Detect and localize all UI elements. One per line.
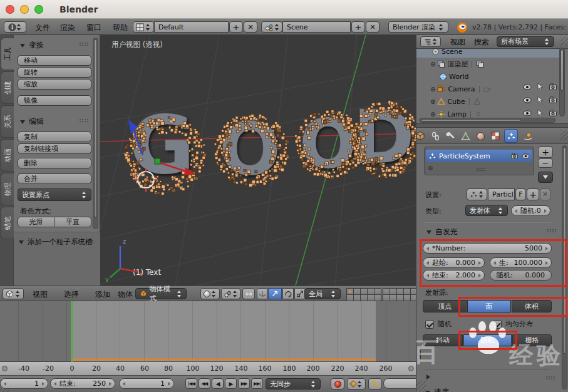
translate-y-handle[interactable] <box>155 158 160 164</box>
proportional-edit-button[interactable] <box>242 288 255 299</box>
outliner-filter-dropdown[interactable]: 所有场景 <box>497 36 554 47</box>
join-button[interactable]: 合并 <box>18 173 91 184</box>
keying-set-field[interactable] <box>383 378 416 389</box>
new-settings-button[interactable]: + <box>527 188 539 200</box>
outliner-row-scene[interactable]: Scene <box>431 49 463 58</box>
particle-settings-name-field[interactable]: Particl <box>488 188 515 200</box>
tab-object-data[interactable] <box>459 130 472 142</box>
set-origin-dropdown[interactable]: 设置原点 <box>18 188 91 201</box>
toolshelf-scrollbar[interactable] <box>93 38 98 229</box>
velocity-panel-header[interactable]: 速度 <box>425 387 449 392</box>
play-button[interactable]: ▶ <box>225 378 237 389</box>
next-keyframe-button[interactable]: ▶▶ <box>238 378 250 389</box>
editor-type-outliner-dropdown[interactable] <box>420 36 441 47</box>
particle-system-row[interactable]: ParticleSystem <box>426 150 532 162</box>
toolshelf-tab-animation[interactable]: 动画 <box>1 139 14 172</box>
fake-user-button[interactable]: F <box>515 188 526 200</box>
properties-vscrollbar[interactable] <box>562 145 567 389</box>
pivot-dropdown[interactable] <box>221 288 240 299</box>
frame-end-field[interactable]: 结束:2.000 <box>423 270 485 281</box>
outliner-menu-view[interactable]: 视图 <box>448 37 468 48</box>
autokey-record-button[interactable] <box>331 378 344 389</box>
expand-icon[interactable]: ⊕ <box>430 98 435 105</box>
editor-type-info-dropdown[interactable] <box>4 21 26 33</box>
eye-icon[interactable] <box>523 97 532 103</box>
jump-to-start-button[interactable]: |◀◀ <box>185 378 197 389</box>
menu-window[interactable]: 窗口 <box>84 23 104 33</box>
number-field[interactable]: *Number:5000 <box>423 243 552 254</box>
viewport-menu-select[interactable]: 选择 <box>61 289 81 300</box>
expand-icon[interactable]: ⊕ <box>430 86 435 93</box>
insert-keyframe-button[interactable] <box>368 378 382 389</box>
delete-button[interactable]: 删除 <box>18 158 91 168</box>
viewport-menu-add[interactable]: 添加 <box>93 289 113 300</box>
remove-particle-system-button[interactable]: − <box>538 158 553 168</box>
scrollbar-cap-left[interactable] <box>2 366 8 371</box>
eye-icon[interactable] <box>523 84 532 90</box>
screen-layout-icon-dropdown[interactable] <box>133 21 154 33</box>
scene-field[interactable]: Scene <box>282 21 351 33</box>
checkbox-checked[interactable] <box>493 320 502 329</box>
scrollbar-thumb[interactable] <box>563 147 566 354</box>
current-frame-field[interactable]: 1 <box>119 378 174 389</box>
menu-file[interactable]: 文件 <box>33 23 53 33</box>
layers-grid[interactable] <box>346 288 381 301</box>
panel-grip[interactable] <box>547 229 556 233</box>
render-engine-dropdown[interactable]: Blender 渲染 <box>388 21 448 33</box>
emit-from-faces-button[interactable]: 面 <box>467 300 511 312</box>
editor-divider[interactable] <box>416 123 568 128</box>
start-frame-field[interactable]: 1 <box>0 378 48 389</box>
frame-start-field[interactable]: 起始:0.000 <box>423 257 485 268</box>
corner-resize-grip[interactable] <box>560 36 568 46</box>
particle-type-dropdown[interactable]: 发射体 <box>465 205 508 216</box>
toolshelf-tab-create[interactable]: 创建 <box>1 71 14 104</box>
prev-keyframe-button[interactable]: ◀◀ <box>199 378 210 389</box>
add-particle-system-button[interactable]: + <box>538 147 553 158</box>
sync-mode-dropdown[interactable]: 无同步 <box>266 378 321 389</box>
add-layout-button[interactable]: + <box>229 21 243 33</box>
close-window-button[interactable] <box>6 5 14 14</box>
translate-manipulator-button[interactable] <box>268 288 282 299</box>
cursor-select-icon[interactable] <box>537 96 544 104</box>
particle-specials-dropdown[interactable] <box>538 172 553 183</box>
edit-panel-header[interactable]: 编辑 <box>20 116 44 127</box>
outliner-row-lamp[interactable]: ⊕ Lamp <box>430 108 482 118</box>
manipulator-overlay[interactable] <box>100 35 416 286</box>
duplicate-linked-button[interactable]: 复制链接项 <box>18 143 91 154</box>
unlink-settings-button[interactable]: ✕ <box>540 188 550 200</box>
distribution-jittered-button[interactable]: 抖动 <box>423 334 463 346</box>
expand-icon[interactable]: ⊕ <box>430 61 435 68</box>
screen-layout-field[interactable]: Default <box>154 21 229 33</box>
random-order-checkbox[interactable]: 随机 <box>425 319 452 329</box>
render-restrict-icon[interactable] <box>549 83 557 90</box>
end-frame-field[interactable]: 结束:250 <box>50 378 115 389</box>
viewport-menu-object[interactable]: 物体 <box>115 289 135 300</box>
emit-from-verts-button[interactable]: 顶点 <box>423 300 467 312</box>
add-scene-button[interactable]: + <box>351 21 365 33</box>
translate-z-handle[interactable] <box>133 130 143 155</box>
eye-icon[interactable] <box>523 110 532 116</box>
scrollbar-thumb[interactable] <box>560 49 564 91</box>
mirror-button[interactable]: 镜像 <box>18 95 91 106</box>
editor-type-3dview-dropdown[interactable] <box>3 288 24 299</box>
menu-render[interactable]: 渲染 <box>58 23 78 33</box>
layers-grid-2[interactable] <box>383 288 418 301</box>
corner-resize-grip[interactable] <box>416 381 426 392</box>
toolshelf-tab-relations[interactable]: 关系 <box>1 105 14 138</box>
scene-icon-dropdown[interactable] <box>261 21 282 33</box>
list-resize-grip[interactable] <box>476 168 485 169</box>
shading-dropdown[interactable] <box>200 288 220 299</box>
seed-field[interactable]: 随机:0 <box>511 205 550 216</box>
checkbox-unchecked[interactable] <box>420 350 421 359</box>
duplicate-button[interactable]: 复制 <box>18 132 91 142</box>
scrollbar-thumb[interactable] <box>421 119 521 121</box>
menu-help[interactable]: 帮助 <box>110 23 130 33</box>
playhead[interactable] <box>71 301 73 362</box>
move-button[interactable]: 移动 <box>18 55 91 66</box>
shade-flat-button[interactable]: 平直 <box>54 217 91 227</box>
mode-dropdown[interactable]: 物体模式 <box>135 288 187 299</box>
toolshelf-tab-tools[interactable]: 工具 <box>1 38 14 70</box>
emit-from-volume-button[interactable]: 体积 <box>512 300 552 312</box>
eye-icon[interactable] <box>522 153 530 159</box>
cursor-3d[interactable] <box>134 168 158 192</box>
